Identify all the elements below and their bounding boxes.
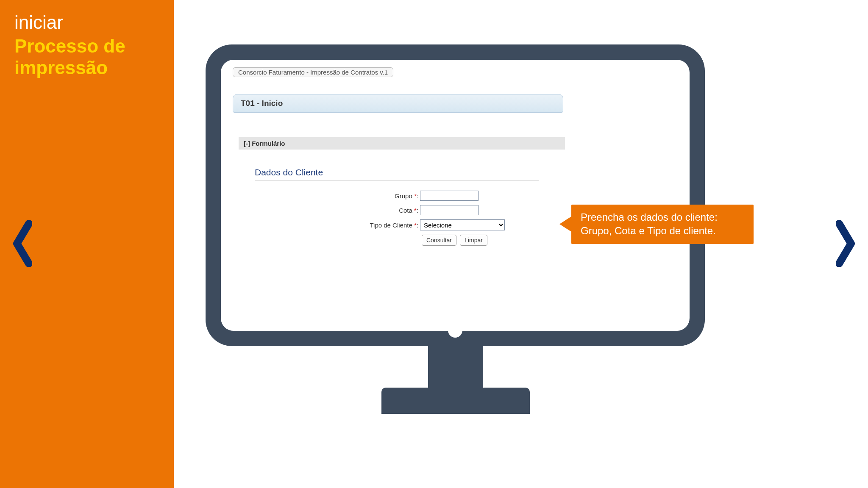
sidebar-title-line2: Processo de impressão: [14, 36, 159, 78]
input-cota[interactable]: [420, 205, 479, 215]
instruction-callout: Preencha os dados do cliente: Grupo, Cot…: [571, 205, 754, 244]
prev-slide-button[interactable]: [13, 220, 32, 267]
chevron-left-icon: [13, 220, 32, 267]
button-row: Consultar Limpar: [422, 235, 551, 246]
section-header-formulario[interactable]: [-] Formulário: [239, 137, 565, 150]
row-grupo: Grupo *:: [255, 191, 551, 201]
monitor-base: [381, 388, 530, 414]
callout-line1: Preencha os dados do cliente:: [581, 211, 744, 224]
select-tipo-cliente[interactable]: Selecione: [420, 219, 505, 230]
label-tipo-cliente: Tipo de Cliente *:: [255, 222, 420, 229]
consultar-button[interactable]: Consultar: [422, 235, 456, 246]
row-tipo-cliente: Tipo de Cliente *: Selecione: [255, 219, 551, 230]
monitor-frame: Consorcio Faturamento - Impressão de Con…: [206, 44, 705, 346]
divider: [255, 180, 539, 180]
chevron-right-icon: [836, 220, 855, 267]
label-cota: Cota *:: [255, 207, 420, 214]
sidebar-title-line1: iniciar: [14, 12, 159, 33]
next-slide-button[interactable]: [836, 220, 855, 267]
label-grupo: Grupo *:: [255, 192, 420, 200]
callout-line2: Grupo, Cota e Tipo de cliente.: [581, 224, 744, 238]
form-title: Dados do Cliente: [255, 167, 551, 180]
breadcrumb: Consorcio Faturamento - Impressão de Con…: [233, 67, 393, 77]
form-dados-cliente: Dados do Cliente Grupo *: Cota *: Tipo d…: [255, 167, 551, 246]
input-grupo[interactable]: [420, 191, 479, 201]
tab-t01-inicio[interactable]: T01 - Inicio: [233, 94, 563, 113]
row-cota: Cota *:: [255, 205, 551, 215]
limpar-button[interactable]: Limpar: [460, 235, 487, 246]
app-screen: Consorcio Faturamento - Impressão de Con…: [221, 60, 690, 331]
